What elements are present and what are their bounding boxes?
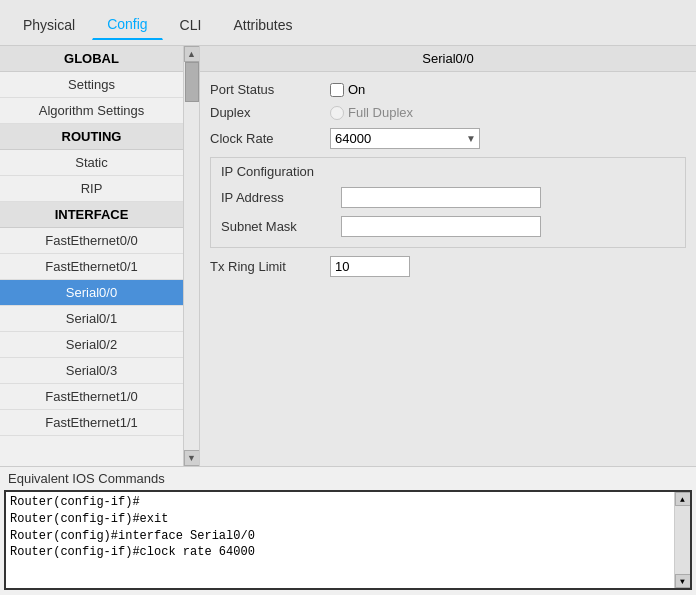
- duplex-value: Full Duplex: [330, 105, 686, 120]
- port-status-value: On: [330, 82, 686, 97]
- sidebar-item-fastethernet00[interactable]: FastEthernet0/0: [0, 228, 183, 254]
- sidebar-scroll-area: GLOBAL Settings Algorithm Settings ROUTI…: [0, 46, 199, 466]
- sidebar-item-algorithm-settings[interactable]: Algorithm Settings: [0, 98, 183, 124]
- port-status-row: Port Status On: [210, 78, 686, 101]
- port-status-checkbox[interactable]: [330, 83, 344, 97]
- scroll-track: [184, 62, 199, 450]
- sidebar-item-settings[interactable]: Settings: [0, 72, 183, 98]
- ip-address-row: IP Address: [221, 183, 675, 212]
- ip-address-value: [341, 187, 675, 208]
- console-scrollbar[interactable]: ▲ ▼: [674, 492, 690, 588]
- tx-ring-limit-value: [330, 256, 686, 277]
- console-line-2: Router(config)#interface Serial0/0: [10, 528, 686, 545]
- duplex-radio-container: Full Duplex: [330, 105, 413, 120]
- tab-physical[interactable]: Physical: [8, 10, 90, 40]
- sidebar-item-fastethernet10[interactable]: FastEthernet1/0: [0, 384, 183, 410]
- sidebar-section-routing: ROUTING: [0, 124, 183, 150]
- console-line-1: Router(config-if)#exit: [10, 511, 686, 528]
- clock-rate-label: Clock Rate: [210, 131, 330, 146]
- sidebar-item-serial01[interactable]: Serial0/1: [0, 306, 183, 332]
- ip-address-input[interactable]: [341, 187, 541, 208]
- port-status-on-label: On: [348, 82, 365, 97]
- ip-address-label: IP Address: [221, 190, 341, 205]
- subnet-mask-row: Subnet Mask: [221, 212, 675, 241]
- ip-config-section: IP Configuration IP Address Subnet Mask: [210, 157, 686, 248]
- clock-rate-value: 64000 128000 256000 ▼: [330, 128, 686, 149]
- ip-config-header: IP Configuration: [221, 164, 675, 179]
- sidebar-section-interface: INTERFACE: [0, 202, 183, 228]
- tab-cli[interactable]: CLI: [165, 10, 217, 40]
- bottom-section: Equivalent IOS Commands Router(config-if…: [0, 466, 696, 595]
- sidebar-item-serial00[interactable]: Serial0/0: [0, 280, 183, 306]
- panel-title: Serial0/0: [200, 46, 696, 72]
- sidebar-section-global: GLOBAL: [0, 46, 183, 72]
- clock-rate-select[interactable]: 64000 128000 256000: [330, 128, 480, 149]
- console-line-3: Router(config-if)#clock rate 64000: [10, 544, 686, 561]
- duplex-label: Duplex: [210, 105, 330, 120]
- tab-attributes[interactable]: Attributes: [218, 10, 307, 40]
- sidebar: GLOBAL Settings Algorithm Settings ROUTI…: [0, 46, 200, 466]
- tx-ring-limit-row: Tx Ring Limit: [210, 252, 686, 281]
- panel-body: Port Status On Duplex Full Duplex: [200, 72, 696, 287]
- sidebar-item-rip[interactable]: RIP: [0, 176, 183, 202]
- sidebar-item-serial03[interactable]: Serial0/3: [0, 358, 183, 384]
- clock-rate-row: Clock Rate 64000 128000 256000 ▼: [210, 124, 686, 153]
- bottom-header: Equivalent IOS Commands: [0, 467, 696, 490]
- sidebar-scrollbar[interactable]: ▲ ▼: [183, 46, 199, 466]
- console-scroll-track: [675, 506, 690, 574]
- duplex-radio[interactable]: [330, 106, 344, 120]
- sidebar-item-serial02[interactable]: Serial0/2: [0, 332, 183, 358]
- subnet-mask-value: [341, 216, 675, 237]
- sidebar-list: GLOBAL Settings Algorithm Settings ROUTI…: [0, 46, 183, 466]
- clock-rate-select-wrapper: 64000 128000 256000 ▼: [330, 128, 480, 149]
- port-status-checkbox-container: On: [330, 82, 365, 97]
- main-content: GLOBAL Settings Algorithm Settings ROUTI…: [0, 46, 696, 466]
- subnet-mask-label: Subnet Mask: [221, 219, 341, 234]
- tx-ring-limit-input[interactable]: [330, 256, 410, 277]
- duplex-full-label: Full Duplex: [348, 105, 413, 120]
- port-status-label: Port Status: [210, 82, 330, 97]
- console-area[interactable]: Router(config-if)# Router(config-if)#exi…: [4, 490, 692, 590]
- tab-bar: Physical Config CLI Attributes: [0, 0, 696, 46]
- console-line-0: Router(config-if)#: [10, 494, 686, 511]
- scroll-up-btn[interactable]: ▲: [184, 46, 200, 62]
- console-scroll-down[interactable]: ▼: [675, 574, 691, 588]
- scroll-thumb[interactable]: [185, 62, 199, 102]
- tab-config[interactable]: Config: [92, 9, 162, 40]
- right-panel: Serial0/0 Port Status On Duplex: [200, 46, 696, 466]
- sidebar-item-static[interactable]: Static: [0, 150, 183, 176]
- sidebar-item-fastethernet01[interactable]: FastEthernet0/1: [0, 254, 183, 280]
- console-scroll-up[interactable]: ▲: [675, 492, 691, 506]
- tx-ring-limit-label: Tx Ring Limit: [210, 259, 330, 274]
- scroll-down-btn[interactable]: ▼: [184, 450, 200, 466]
- subnet-mask-input[interactable]: [341, 216, 541, 237]
- duplex-row: Duplex Full Duplex: [210, 101, 686, 124]
- sidebar-item-fastethernet11[interactable]: FastEthernet1/1: [0, 410, 183, 436]
